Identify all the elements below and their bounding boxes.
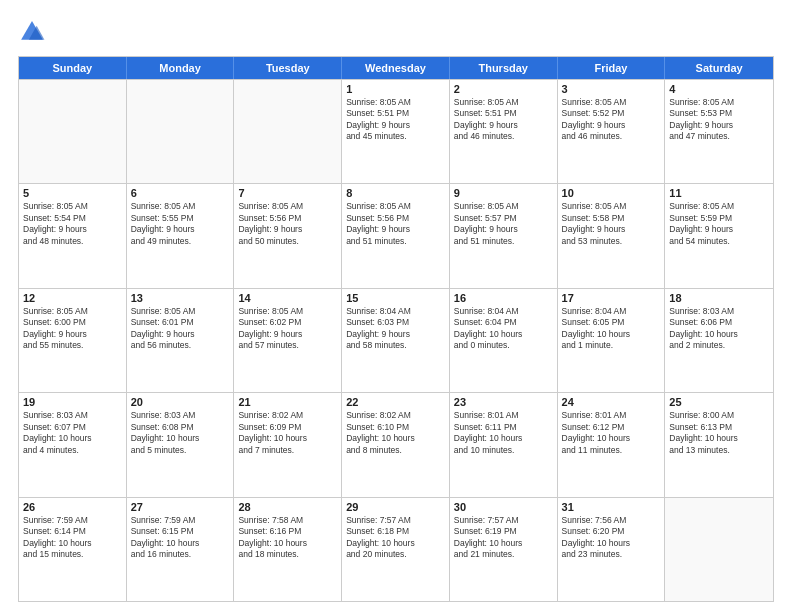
calendar-day-cell: 13Sunrise: 8:05 AMSunset: 6:01 PMDayligh… xyxy=(127,289,235,392)
day-info-line: Daylight: 9 hours xyxy=(562,224,661,235)
day-info-line: Sunset: 6:08 PM xyxy=(131,422,230,433)
day-number: 1 xyxy=(346,83,445,95)
day-info-line: and 58 minutes. xyxy=(346,340,445,351)
day-number: 6 xyxy=(131,187,230,199)
day-info-line: Daylight: 9 hours xyxy=(346,329,445,340)
day-number: 28 xyxy=(238,501,337,513)
calendar-day-cell: 14Sunrise: 8:05 AMSunset: 6:02 PMDayligh… xyxy=(234,289,342,392)
day-info-line: Sunset: 5:51 PM xyxy=(346,108,445,119)
day-info-line: Sunrise: 7:58 AM xyxy=(238,515,337,526)
day-info-line: Sunrise: 8:05 AM xyxy=(131,306,230,317)
calendar-day-cell: 27Sunrise: 7:59 AMSunset: 6:15 PMDayligh… xyxy=(127,498,235,601)
calendar-day-cell: 3Sunrise: 8:05 AMSunset: 5:52 PMDaylight… xyxy=(558,80,666,183)
day-info-line: Sunrise: 8:04 AM xyxy=(562,306,661,317)
day-info-line: Sunset: 6:06 PM xyxy=(669,317,769,328)
logo-icon xyxy=(18,18,46,46)
day-number: 23 xyxy=(454,396,553,408)
day-info-line: Sunset: 5:55 PM xyxy=(131,213,230,224)
day-info-line: Sunset: 6:13 PM xyxy=(669,422,769,433)
day-info-line: Daylight: 9 hours xyxy=(131,224,230,235)
day-number: 26 xyxy=(23,501,122,513)
day-info-line: Daylight: 10 hours xyxy=(23,433,122,444)
calendar-day-cell: 17Sunrise: 8:04 AMSunset: 6:05 PMDayligh… xyxy=(558,289,666,392)
day-info-line: Daylight: 9 hours xyxy=(669,120,769,131)
day-info-line: Sunrise: 8:05 AM xyxy=(23,201,122,212)
day-info-line: and 16 minutes. xyxy=(131,549,230,560)
day-info-line: Sunrise: 8:03 AM xyxy=(23,410,122,421)
calendar-day-cell: 25Sunrise: 8:00 AMSunset: 6:13 PMDayligh… xyxy=(665,393,773,496)
day-number: 21 xyxy=(238,396,337,408)
day-info-line: Sunrise: 8:05 AM xyxy=(346,201,445,212)
day-info-line: Sunset: 5:58 PM xyxy=(562,213,661,224)
day-info-line: and 49 minutes. xyxy=(131,236,230,247)
calendar-header: SundayMondayTuesdayWednesdayThursdayFrid… xyxy=(19,57,773,79)
day-info-line: Daylight: 10 hours xyxy=(562,329,661,340)
day-info-line: Sunset: 6:04 PM xyxy=(454,317,553,328)
day-info-line: Sunset: 6:09 PM xyxy=(238,422,337,433)
calendar: SundayMondayTuesdayWednesdayThursdayFrid… xyxy=(18,56,774,602)
day-info-line: Sunset: 6:03 PM xyxy=(346,317,445,328)
calendar-day-cell: 19Sunrise: 8:03 AMSunset: 6:07 PMDayligh… xyxy=(19,393,127,496)
day-info-line: Daylight: 10 hours xyxy=(454,329,553,340)
day-info-line: Daylight: 9 hours xyxy=(23,224,122,235)
day-info-line: Sunset: 6:05 PM xyxy=(562,317,661,328)
day-info-line: Sunrise: 7:59 AM xyxy=(23,515,122,526)
day-info-line: and 53 minutes. xyxy=(562,236,661,247)
calendar-day-cell: 29Sunrise: 7:57 AMSunset: 6:18 PMDayligh… xyxy=(342,498,450,601)
calendar-day-cell: 9Sunrise: 8:05 AMSunset: 5:57 PMDaylight… xyxy=(450,184,558,287)
day-info-line: and 56 minutes. xyxy=(131,340,230,351)
day-info-line: Sunrise: 7:57 AM xyxy=(454,515,553,526)
calendar-day-cell: 2Sunrise: 8:05 AMSunset: 5:51 PMDaylight… xyxy=(450,80,558,183)
day-info-line: Sunrise: 8:04 AM xyxy=(346,306,445,317)
day-info-line: Daylight: 10 hours xyxy=(669,329,769,340)
day-info-line: Daylight: 9 hours xyxy=(346,120,445,131)
day-info-line: and 8 minutes. xyxy=(346,445,445,456)
day-info-line: Daylight: 10 hours xyxy=(454,538,553,549)
day-info-line: Daylight: 9 hours xyxy=(238,329,337,340)
calendar-row: 1Sunrise: 8:05 AMSunset: 5:51 PMDaylight… xyxy=(19,79,773,183)
day-info-line: Sunset: 6:10 PM xyxy=(346,422,445,433)
day-info-line: and 5 minutes. xyxy=(131,445,230,456)
day-info-line: Sunset: 6:15 PM xyxy=(131,526,230,537)
day-info-line: and 48 minutes. xyxy=(23,236,122,247)
calendar-day-cell: 22Sunrise: 8:02 AMSunset: 6:10 PMDayligh… xyxy=(342,393,450,496)
day-info-line: and 11 minutes. xyxy=(562,445,661,456)
calendar-day-cell: 30Sunrise: 7:57 AMSunset: 6:19 PMDayligh… xyxy=(450,498,558,601)
calendar-day-header: Friday xyxy=(558,57,666,79)
day-number: 27 xyxy=(131,501,230,513)
calendar-empty-cell xyxy=(665,498,773,601)
day-info-line: Sunrise: 8:05 AM xyxy=(669,97,769,108)
calendar-day-header: Monday xyxy=(127,57,235,79)
day-info-line: Sunrise: 8:05 AM xyxy=(562,97,661,108)
day-info-line: and 7 minutes. xyxy=(238,445,337,456)
day-info-line: Daylight: 10 hours xyxy=(562,433,661,444)
calendar-row: 19Sunrise: 8:03 AMSunset: 6:07 PMDayligh… xyxy=(19,392,773,496)
day-info-line: Sunset: 6:20 PM xyxy=(562,526,661,537)
calendar-day-cell: 7Sunrise: 8:05 AMSunset: 5:56 PMDaylight… xyxy=(234,184,342,287)
day-info-line: Sunrise: 8:05 AM xyxy=(454,201,553,212)
calendar-day-cell: 6Sunrise: 8:05 AMSunset: 5:55 PMDaylight… xyxy=(127,184,235,287)
day-number: 15 xyxy=(346,292,445,304)
day-info-line: and 50 minutes. xyxy=(238,236,337,247)
day-number: 31 xyxy=(562,501,661,513)
day-info-line: and 4 minutes. xyxy=(23,445,122,456)
day-info-line: Sunrise: 7:59 AM xyxy=(131,515,230,526)
calendar-day-cell: 20Sunrise: 8:03 AMSunset: 6:08 PMDayligh… xyxy=(127,393,235,496)
day-number: 19 xyxy=(23,396,122,408)
day-number: 16 xyxy=(454,292,553,304)
day-info-line: Daylight: 10 hours xyxy=(238,433,337,444)
day-number: 2 xyxy=(454,83,553,95)
calendar-day-cell: 12Sunrise: 8:05 AMSunset: 6:00 PMDayligh… xyxy=(19,289,127,392)
day-info-line: Daylight: 9 hours xyxy=(238,224,337,235)
calendar-day-cell: 31Sunrise: 7:56 AMSunset: 6:20 PMDayligh… xyxy=(558,498,666,601)
day-info-line: Sunset: 5:53 PM xyxy=(669,108,769,119)
calendar-day-cell: 11Sunrise: 8:05 AMSunset: 5:59 PMDayligh… xyxy=(665,184,773,287)
day-info-line: and 55 minutes. xyxy=(23,340,122,351)
calendar-day-cell: 10Sunrise: 8:05 AMSunset: 5:58 PMDayligh… xyxy=(558,184,666,287)
day-info-line: Daylight: 10 hours xyxy=(131,433,230,444)
day-info-line: Daylight: 9 hours xyxy=(131,329,230,340)
logo xyxy=(18,18,48,46)
day-number: 4 xyxy=(669,83,769,95)
day-info-line: and 2 minutes. xyxy=(669,340,769,351)
day-info-line: Sunrise: 8:05 AM xyxy=(23,306,122,317)
